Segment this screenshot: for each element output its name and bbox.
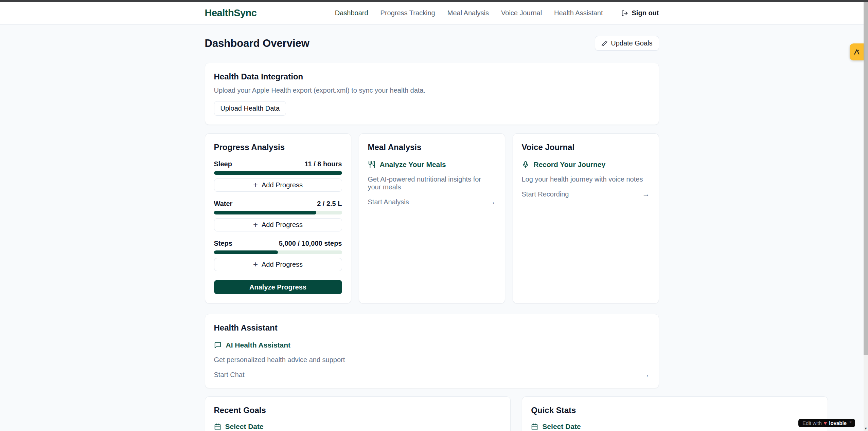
meal-analysis-title: Meal Analysis <box>368 143 496 152</box>
start-recording-link[interactable]: Start Recording → <box>522 190 650 199</box>
health-assistant-description: Get personalized health advice and suppo… <box>214 356 650 364</box>
health-data-title: Health Data Integration <box>214 72 650 81</box>
main-content: Dashboard Overview Update Goals Health D… <box>205 36 659 431</box>
app-logo: HealthSync <box>205 7 257 19</box>
progress-analysis-card: Progress Analysis Sleep 11 / 8 hours + A… <box>205 133 351 303</box>
health-data-integration-card: Health Data Integration Upload your Appl… <box>205 63 659 125</box>
page-title: Dashboard Overview <box>205 37 309 50</box>
voice-journal-title: Voice Journal <box>522 143 650 152</box>
arrow-right-icon: → <box>642 190 650 199</box>
water-metric: Water 2 / 2.5 L + Add Progress <box>214 200 342 231</box>
steps-add-progress-button[interactable]: + Add Progress <box>214 258 342 271</box>
nav-voice-journal[interactable]: Voice Journal <box>501 9 542 17</box>
steps-label: Steps <box>214 240 232 247</box>
plus-icon: + <box>253 221 258 229</box>
nav-meal-analysis[interactable]: Meal Analysis <box>447 9 489 17</box>
scrollbar-thumb[interactable] <box>864 2 868 355</box>
app-viewport: HealthSync Dashboard Progress Tracking M… <box>0 2 864 431</box>
arrow-right-icon: → <box>489 198 496 206</box>
meal-analysis-description: Get AI-powered nutritional insights for … <box>368 175 496 191</box>
voice-journal-description: Log your health journey with voice notes <box>522 175 650 183</box>
voice-journal-card: Voice Journal Record Your Journey Log yo… <box>513 133 659 303</box>
scrollbar-down-arrow[interactable]: ▼ <box>864 427 868 430</box>
upload-health-data-button[interactable]: Upload Health Data <box>214 101 286 116</box>
sign-out-icon <box>621 10 628 17</box>
edit-with-label: Edit with <box>802 420 822 426</box>
health-assistant-title: Health Assistant <box>214 323 650 333</box>
microphone-icon <box>522 161 529 168</box>
sleep-add-progress-button[interactable]: + Add Progress <box>214 179 342 192</box>
quick-stats-select-date[interactable]: Select Date <box>531 423 819 431</box>
sleep-value: 11 / 8 hours <box>304 160 342 168</box>
quick-stats-card: Quick Stats Select Date Today Yesterday … <box>522 396 828 431</box>
quick-stats-title: Quick Stats <box>531 406 819 415</box>
start-analysis-link[interactable]: Start Analysis → <box>368 198 496 206</box>
heart-icon: ♥ <box>824 420 827 426</box>
lovable-logo-icon <box>853 48 861 56</box>
recent-goals-title: Recent Goals <box>214 406 502 415</box>
ai-health-assistant-link[interactable]: AI Health Assistant <box>214 341 650 349</box>
analyze-progress-button[interactable]: Analyze Progress <box>214 280 342 294</box>
plus-icon: + <box>253 260 258 268</box>
steps-progress-bar <box>214 250 342 254</box>
chat-bubble-icon <box>214 341 222 349</box>
progress-analysis-title: Progress Analysis <box>214 143 342 152</box>
window-top-edge <box>0 0 868 2</box>
sign-out-label: Sign out <box>632 9 659 17</box>
nav-health-assistant[interactable]: Health Assistant <box>554 9 603 17</box>
sleep-metric: Sleep 11 / 8 hours + Add Progress <box>214 160 342 192</box>
start-chat-link[interactable]: Start Chat → <box>214 370 650 379</box>
record-your-journey-link[interactable]: Record Your Journey <box>522 161 650 169</box>
sleep-progress-bar <box>214 171 342 175</box>
health-assistant-card: Health Assistant AI Health Assistant Get… <box>205 314 659 388</box>
water-add-progress-button[interactable]: + Add Progress <box>214 218 342 231</box>
water-label: Water <box>214 200 233 208</box>
main-nav: Dashboard Progress Tracking Meal Analysi… <box>335 9 659 17</box>
update-goals-button[interactable]: Update Goals <box>595 36 659 51</box>
utensils-icon <box>368 161 375 168</box>
vertical-scrollbar[interactable]: ▼ <box>864 0 868 431</box>
app-header: HealthSync Dashboard Progress Tracking M… <box>0 2 864 25</box>
pencil-icon <box>601 40 607 46</box>
steps-metric: Steps 5,000 / 10,000 steps + Add Progres… <box>214 240 342 271</box>
plus-icon: + <box>253 181 258 189</box>
recent-goals-select-date[interactable]: Select Date <box>214 423 502 431</box>
recent-goals-card: Recent Goals Select Date Today Yesterday… <box>205 396 511 431</box>
close-icon[interactable]: × <box>849 420 852 425</box>
meal-analysis-card: Meal Analysis Analyze Your Meals Get AI-… <box>359 133 505 303</box>
sign-out-button[interactable]: Sign out <box>621 9 659 17</box>
health-data-description: Upload your Apple Health export (export.… <box>214 87 650 94</box>
nav-dashboard[interactable]: Dashboard <box>335 9 368 17</box>
calendar-icon <box>214 423 221 430</box>
nav-progress-tracking[interactable]: Progress Tracking <box>380 9 435 17</box>
lovable-fab-button[interactable] <box>850 43 864 60</box>
edit-with-lovable-badge[interactable]: Edit with ♥ lovable × <box>798 419 855 427</box>
sleep-label: Sleep <box>214 160 232 168</box>
arrow-right-icon: → <box>642 370 650 379</box>
water-value: 2 / 2.5 L <box>317 200 342 208</box>
calendar-icon <box>531 423 538 430</box>
analyze-your-meals-link[interactable]: Analyze Your Meals <box>368 161 496 169</box>
lovable-brand-label: lovable <box>829 420 847 426</box>
steps-value: 5,000 / 10,000 steps <box>279 240 342 247</box>
water-progress-bar <box>214 211 342 214</box>
